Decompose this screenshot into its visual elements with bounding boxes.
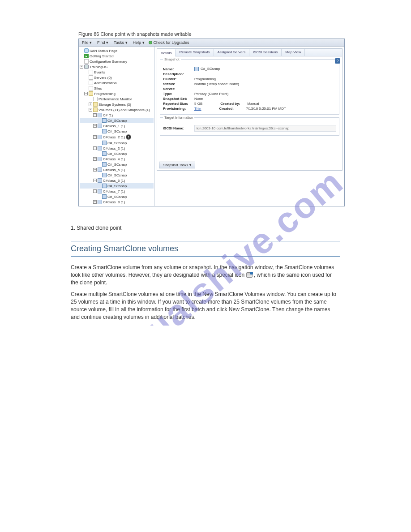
collapse-icon[interactable]: − xyxy=(93,146,97,150)
snapshot-icon xyxy=(102,141,107,145)
folder-icon xyxy=(89,91,93,96)
tab-details[interactable]: Details xyxy=(157,49,176,56)
tree-c1-snap[interactable]: C#_SCsnap xyxy=(107,119,127,123)
menu-find[interactable]: Find ▾ xyxy=(96,40,110,45)
tree-cc1-snap[interactable]: C#_SCsnap xyxy=(107,129,127,133)
menu-help[interactable]: Help ▾ xyxy=(132,40,146,45)
help-icon[interactable]: ? xyxy=(335,58,340,64)
snapshot-icon xyxy=(102,184,107,188)
tree-cc8[interactable]: C#class_8 (1) xyxy=(103,200,125,204)
collapse-icon[interactable]: − xyxy=(93,168,97,172)
status-label: Status: xyxy=(163,82,194,86)
check-upgrades[interactable]: Check for Upgrades xyxy=(149,40,189,45)
collapse-icon[interactable]: − xyxy=(93,189,97,193)
volume-icon xyxy=(98,200,102,204)
main-area: SAN Status Page ▸Getting Started Configu… xyxy=(79,47,344,206)
tree-c1[interactable]: C# (1) xyxy=(103,113,113,117)
systems-icon xyxy=(93,102,98,107)
gear-icon xyxy=(84,64,89,69)
collapse-icon[interactable]: − xyxy=(89,108,92,112)
tree-cc3-snap[interactable]: C#_SCsnap xyxy=(107,152,127,156)
tree-cc4[interactable]: C#class_4 (1) xyxy=(103,157,125,161)
tab-map-view[interactable]: Map View xyxy=(282,49,305,56)
type-label: Type: xyxy=(163,92,194,96)
snapshot-icon xyxy=(102,173,107,177)
tree-cc5-snap[interactable]: C#_SCsnap xyxy=(107,173,127,177)
tree-cc6-snap[interactable]: C#_SCsnap xyxy=(107,184,127,188)
createdby-value: Manual xyxy=(247,102,259,106)
tab-bar: Details Remote Snapshots Assigned Server… xyxy=(157,48,342,56)
created-value: 7/13/10 5:25:01 PM MDT xyxy=(246,107,286,111)
collapse-icon[interactable]: − xyxy=(80,65,83,69)
sites-icon xyxy=(89,86,93,90)
desc-label: Description: xyxy=(163,72,194,76)
collapse-icon[interactable]: − xyxy=(84,92,88,95)
tab-assigned-servers[interactable]: Assigned Servers xyxy=(214,49,250,56)
snapshot-icon xyxy=(194,67,199,71)
iscsi-label: iSCSI Name: xyxy=(163,126,194,130)
expand-icon[interactable]: + xyxy=(89,103,92,106)
cluster-label: Cluster: xyxy=(163,77,194,81)
tree-cc4-snap[interactable]: C#_SCsnap xyxy=(107,163,127,167)
tree-storage[interactable]: Storage Systems (3) xyxy=(98,103,131,107)
volume-icon xyxy=(98,146,102,150)
tree-san-status[interactable]: SAN Status Page xyxy=(90,49,117,53)
tree-admin[interactable]: Administration xyxy=(94,81,117,85)
collapse-icon[interactable]: − xyxy=(93,113,97,117)
expand-icon[interactable]: + xyxy=(93,200,97,204)
tree-programming[interactable]: Programming xyxy=(94,92,116,96)
tree-panel: SAN Status Page ▸Getting Started Configu… xyxy=(79,47,155,206)
repsize-value: 5 GB xyxy=(194,102,202,106)
snapshot-icon xyxy=(102,129,107,133)
status-dot-icon xyxy=(149,41,152,44)
volume-icon xyxy=(98,124,102,128)
smartclone-icon xyxy=(246,272,253,278)
snapset-value: None xyxy=(194,97,203,101)
collapse-icon[interactable]: − xyxy=(93,135,97,139)
tree-events[interactable]: Events xyxy=(94,70,105,74)
tree-config-summary[interactable]: Configuration Summary xyxy=(90,60,127,64)
tree-perf-monitor[interactable]: Performance Monitor xyxy=(98,97,132,101)
paragraph-2: Create multiple SmartClone volumes at on… xyxy=(71,291,340,321)
tree-getting-started[interactable]: Getting Started xyxy=(90,54,114,58)
snapset-label: Snapshot Set: xyxy=(163,97,194,101)
admin-icon xyxy=(89,81,93,85)
tree-cc1[interactable]: C#class_1 (1) xyxy=(103,124,125,128)
tree-training[interactable]: TrainingOS xyxy=(90,65,107,69)
snapshot-icon xyxy=(102,151,107,156)
collapse-icon[interactable]: − xyxy=(93,179,97,182)
collapse-icon[interactable]: − xyxy=(93,124,97,128)
volume-icon xyxy=(98,189,102,193)
app-window: File ▾ Find ▾ Tasks ▾ Help ▾ Check for U… xyxy=(78,39,345,206)
tree-cc6[interactable]: C#class_6 (1) xyxy=(103,179,125,183)
snapshot-icon xyxy=(102,194,107,199)
prov-label: Provisioning: xyxy=(163,107,194,111)
section-title: Creating SmartClone volumes xyxy=(71,241,340,257)
tree-cc2-snap[interactable]: C#_SCsnap xyxy=(107,141,127,145)
tree-servers[interactable]: Servers (0) xyxy=(94,76,112,80)
snapshot-icon xyxy=(102,162,107,167)
iscsi-value: iqn.2003-10.com.lefthandnetworks:trainin… xyxy=(194,125,336,132)
cluster-value: Programming xyxy=(194,77,216,81)
document-body: 1. Shared clone point Creating SmartClon… xyxy=(71,224,340,321)
server-label: Server: xyxy=(163,87,194,91)
tree-cc7[interactable]: C#class_7 (1) xyxy=(103,189,125,193)
menu-tasks[interactable]: Tasks ▾ xyxy=(112,40,129,45)
created-label: Created: xyxy=(219,107,246,111)
tree-cc3[interactable]: C#class_3 (1) xyxy=(103,146,125,150)
tree-vol-snaps[interactable]: Volumes (11) and Snapshots (1) xyxy=(98,108,150,112)
tab-iscsi-sessions[interactable]: iSCSI Sessions xyxy=(249,49,282,56)
menu-file[interactable]: File ▾ xyxy=(81,40,93,45)
tree-cc7-snap[interactable]: C#_SCsnap xyxy=(107,195,127,199)
tab-remote-snapshots[interactable]: Remote Snapshots xyxy=(176,49,214,56)
tree-sites[interactable]: Sites xyxy=(94,86,102,90)
collapse-icon[interactable]: − xyxy=(93,157,97,161)
tree-cc5[interactable]: C#class_5 (1) xyxy=(103,168,125,172)
snapshot-icon xyxy=(102,118,107,123)
page-icon xyxy=(84,59,89,64)
prov-value-link[interactable]: Thin xyxy=(194,107,201,111)
tree-cc2[interactable]: C#class_2 (1) xyxy=(103,135,125,139)
snapshot-tasks-button[interactable]: Snapshot Tasks ▾ xyxy=(159,162,195,168)
monitor-icon xyxy=(93,97,98,101)
check-upgrades-label: Check for Upgrades xyxy=(154,40,189,45)
